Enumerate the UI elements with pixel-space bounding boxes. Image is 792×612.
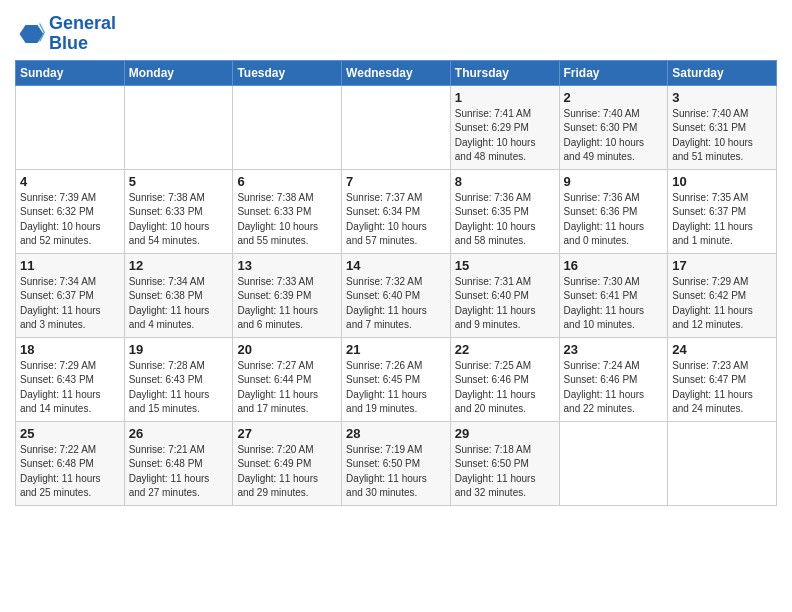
day-number: 9 [564,174,664,189]
day-cell [668,421,777,505]
day-cell: 16Sunrise: 7:30 AM Sunset: 6:41 PM Dayli… [559,253,668,337]
day-info: Sunrise: 7:19 AM Sunset: 6:50 PM Dayligh… [346,443,446,501]
day-info: Sunrise: 7:36 AM Sunset: 6:35 PM Dayligh… [455,191,555,249]
day-info: Sunrise: 7:28 AM Sunset: 6:43 PM Dayligh… [129,359,229,417]
day-cell [124,85,233,169]
day-number: 20 [237,342,337,357]
day-cell [233,85,342,169]
day-cell: 3Sunrise: 7:40 AM Sunset: 6:31 PM Daylig… [668,85,777,169]
day-cell: 22Sunrise: 7:25 AM Sunset: 6:46 PM Dayli… [450,337,559,421]
day-info: Sunrise: 7:35 AM Sunset: 6:37 PM Dayligh… [672,191,772,249]
day-info: Sunrise: 7:25 AM Sunset: 6:46 PM Dayligh… [455,359,555,417]
day-cell [342,85,451,169]
day-number: 22 [455,342,555,357]
day-number: 11 [20,258,120,273]
day-cell [16,85,125,169]
day-number: 7 [346,174,446,189]
day-number: 18 [20,342,120,357]
day-number: 15 [455,258,555,273]
logo: General Blue [15,14,116,54]
day-info: Sunrise: 7:29 AM Sunset: 6:43 PM Dayligh… [20,359,120,417]
day-cell: 25Sunrise: 7:22 AM Sunset: 6:48 PM Dayli… [16,421,125,505]
header-monday: Monday [124,60,233,85]
day-number: 23 [564,342,664,357]
day-cell: 19Sunrise: 7:28 AM Sunset: 6:43 PM Dayli… [124,337,233,421]
day-number: 27 [237,426,337,441]
header-row: General Blue [15,10,777,54]
day-info: Sunrise: 7:29 AM Sunset: 6:42 PM Dayligh… [672,275,772,333]
day-number: 4 [20,174,120,189]
day-info: Sunrise: 7:36 AM Sunset: 6:36 PM Dayligh… [564,191,664,249]
header-sunday: Sunday [16,60,125,85]
header-row-days: SundayMondayTuesdayWednesdayThursdayFrid… [16,60,777,85]
logo-text: General Blue [49,14,116,54]
day-cell: 6Sunrise: 7:38 AM Sunset: 6:33 PM Daylig… [233,169,342,253]
day-cell: 7Sunrise: 7:37 AM Sunset: 6:34 PM Daylig… [342,169,451,253]
header-tuesday: Tuesday [233,60,342,85]
day-cell: 4Sunrise: 7:39 AM Sunset: 6:32 PM Daylig… [16,169,125,253]
day-number: 13 [237,258,337,273]
week-row-1: 1Sunrise: 7:41 AM Sunset: 6:29 PM Daylig… [16,85,777,169]
day-cell: 12Sunrise: 7:34 AM Sunset: 6:38 PM Dayli… [124,253,233,337]
day-number: 10 [672,174,772,189]
day-cell: 15Sunrise: 7:31 AM Sunset: 6:40 PM Dayli… [450,253,559,337]
day-cell: 27Sunrise: 7:20 AM Sunset: 6:49 PM Dayli… [233,421,342,505]
day-cell: 26Sunrise: 7:21 AM Sunset: 6:48 PM Dayli… [124,421,233,505]
day-number: 2 [564,90,664,105]
day-info: Sunrise: 7:18 AM Sunset: 6:50 PM Dayligh… [455,443,555,501]
day-cell: 10Sunrise: 7:35 AM Sunset: 6:37 PM Dayli… [668,169,777,253]
calendar-table: SundayMondayTuesdayWednesdayThursdayFrid… [15,60,777,506]
day-info: Sunrise: 7:23 AM Sunset: 6:47 PM Dayligh… [672,359,772,417]
day-number: 19 [129,342,229,357]
day-number: 5 [129,174,229,189]
logo-icon [15,19,45,49]
week-row-5: 25Sunrise: 7:22 AM Sunset: 6:48 PM Dayli… [16,421,777,505]
day-info: Sunrise: 7:37 AM Sunset: 6:34 PM Dayligh… [346,191,446,249]
day-number: 12 [129,258,229,273]
day-info: Sunrise: 7:39 AM Sunset: 6:32 PM Dayligh… [20,191,120,249]
day-cell: 17Sunrise: 7:29 AM Sunset: 6:42 PM Dayli… [668,253,777,337]
week-row-3: 11Sunrise: 7:34 AM Sunset: 6:37 PM Dayli… [16,253,777,337]
day-info: Sunrise: 7:34 AM Sunset: 6:37 PM Dayligh… [20,275,120,333]
day-info: Sunrise: 7:30 AM Sunset: 6:41 PM Dayligh… [564,275,664,333]
day-cell: 2Sunrise: 7:40 AM Sunset: 6:30 PM Daylig… [559,85,668,169]
day-cell: 21Sunrise: 7:26 AM Sunset: 6:45 PM Dayli… [342,337,451,421]
day-info: Sunrise: 7:40 AM Sunset: 6:30 PM Dayligh… [564,107,664,165]
day-info: Sunrise: 7:33 AM Sunset: 6:39 PM Dayligh… [237,275,337,333]
day-info: Sunrise: 7:21 AM Sunset: 6:48 PM Dayligh… [129,443,229,501]
day-number: 25 [20,426,120,441]
day-info: Sunrise: 7:40 AM Sunset: 6:31 PM Dayligh… [672,107,772,165]
day-number: 3 [672,90,772,105]
day-cell: 1Sunrise: 7:41 AM Sunset: 6:29 PM Daylig… [450,85,559,169]
day-number: 1 [455,90,555,105]
day-cell: 29Sunrise: 7:18 AM Sunset: 6:50 PM Dayli… [450,421,559,505]
header-thursday: Thursday [450,60,559,85]
week-row-2: 4Sunrise: 7:39 AM Sunset: 6:32 PM Daylig… [16,169,777,253]
day-number: 29 [455,426,555,441]
day-cell: 11Sunrise: 7:34 AM Sunset: 6:37 PM Dayli… [16,253,125,337]
day-cell: 8Sunrise: 7:36 AM Sunset: 6:35 PM Daylig… [450,169,559,253]
day-cell: 24Sunrise: 7:23 AM Sunset: 6:47 PM Dayli… [668,337,777,421]
day-info: Sunrise: 7:34 AM Sunset: 6:38 PM Dayligh… [129,275,229,333]
header-saturday: Saturday [668,60,777,85]
day-info: Sunrise: 7:41 AM Sunset: 6:29 PM Dayligh… [455,107,555,165]
day-cell: 23Sunrise: 7:24 AM Sunset: 6:46 PM Dayli… [559,337,668,421]
day-cell: 14Sunrise: 7:32 AM Sunset: 6:40 PM Dayli… [342,253,451,337]
day-info: Sunrise: 7:27 AM Sunset: 6:44 PM Dayligh… [237,359,337,417]
day-info: Sunrise: 7:32 AM Sunset: 6:40 PM Dayligh… [346,275,446,333]
day-cell: 28Sunrise: 7:19 AM Sunset: 6:50 PM Dayli… [342,421,451,505]
day-cell [559,421,668,505]
day-number: 28 [346,426,446,441]
day-info: Sunrise: 7:24 AM Sunset: 6:46 PM Dayligh… [564,359,664,417]
day-info: Sunrise: 7:26 AM Sunset: 6:45 PM Dayligh… [346,359,446,417]
day-cell: 9Sunrise: 7:36 AM Sunset: 6:36 PM Daylig… [559,169,668,253]
day-info: Sunrise: 7:38 AM Sunset: 6:33 PM Dayligh… [129,191,229,249]
day-number: 24 [672,342,772,357]
day-info: Sunrise: 7:38 AM Sunset: 6:33 PM Dayligh… [237,191,337,249]
header-wednesday: Wednesday [342,60,451,85]
day-number: 17 [672,258,772,273]
day-number: 6 [237,174,337,189]
day-cell: 13Sunrise: 7:33 AM Sunset: 6:39 PM Dayli… [233,253,342,337]
calendar-container: General Blue SundayMondayTuesdayWednesda… [0,0,792,511]
day-number: 26 [129,426,229,441]
